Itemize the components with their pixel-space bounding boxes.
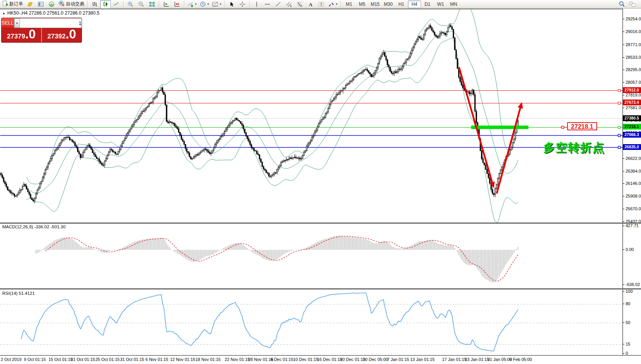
buy-price[interactable]: 27392.0 (42, 28, 82, 42)
chart-window (0, 9, 641, 364)
candlestick-chart-icon[interactable] (100, 0, 111, 8)
date-tick-label: 25 Oct 01:15 (95, 357, 120, 362)
macd-label: MACD(12,26,9) -336.02 -501.30 (2, 224, 65, 229)
price-tick-label-mark (623, 19, 624, 19)
sell-price[interactable]: 27379.0 (2, 28, 42, 42)
price-level-badge[interactable]: 27218.1 (623, 124, 641, 130)
price-tick-label: 25670.0 (626, 206, 641, 211)
templates-icon[interactable]: ▾ (210, 0, 223, 8)
price-level-badge[interactable]: 27912.0 (623, 87, 641, 93)
date-tick-label: 18 Nov 01:15 (195, 357, 220, 362)
date-tick-label: 20 Dec 01:15 (340, 357, 365, 362)
toolbar-separator (123, 1, 124, 7)
chat-icon[interactable] (627, 0, 638, 8)
trendline-icon[interactable] (273, 0, 284, 8)
bar-chart-icon[interactable] (89, 0, 100, 8)
crosshair-icon[interactable] (237, 0, 248, 8)
date-axis[interactable]: 2 Oct 20199 Oct 01:1515 Oct 01:1521 Oct … (0, 356, 641, 364)
timeframe-m5[interactable]: M5 (356, 0, 369, 8)
price-tick-label-mark (623, 171, 624, 171)
zoom-in-icon[interactable] (125, 0, 136, 8)
new-order-button[interactable]: 新订单 (0, 0, 25, 8)
timeframe-h4[interactable]: H4 (408, 0, 421, 8)
collapse-panel-arrow[interactable]: ▲ (2, 12, 5, 15)
price-level-badge: 27380.5 (623, 115, 641, 121)
sell-price-fraction: .0 (25, 28, 36, 40)
line-chart-icon[interactable] (111, 0, 122, 8)
sell-price-main: 27379 (7, 33, 25, 40)
date-tick-label: 15 Oct 01:15 (48, 357, 73, 362)
date-tick-label: 10 Dec 01:15 (293, 357, 318, 362)
date-tick-label: 31 Oct 01:15 (120, 357, 144, 362)
horizontal-line-icon[interactable] (262, 0, 273, 8)
macd-tick-label: -636.02 (626, 282, 640, 287)
date-tick-label: 7 Jan 01:15 (387, 357, 409, 362)
price-level-badge[interactable]: 26835.0 (623, 144, 641, 150)
rsi-panel-separator[interactable] (0, 288, 641, 289)
svg-text:E: E (290, 5, 292, 7)
rsi-tick-label-mark (623, 353, 624, 354)
timeframe-mn[interactable]: MN (447, 0, 460, 8)
price-tick-label: 25908.0 (626, 194, 641, 198)
chart-title: ▲HK50-,H4 27286.0 27561.0 27286.0 27380.… (2, 10, 99, 16)
rsi-tick-label: 50 (626, 320, 630, 325)
volume-input[interactable] (20, 18, 82, 28)
favorites-icon[interactable] (25, 0, 35, 8)
auto-scroll-icon[interactable] (161, 0, 172, 8)
rsi-label: RSI(14) 51.4121 (2, 291, 35, 296)
volume-decrease-button[interactable]: ▼ (14, 18, 20, 28)
price-tick-label: 26146.0 (626, 181, 641, 186)
rsi-tick-label-mark (623, 304, 624, 304)
rsi-tick-label-mark (623, 291, 624, 292)
price-level-badge[interactable]: 27673.4 (623, 100, 641, 105)
toolbar-right-group (616, 0, 638, 8)
fibonacci-icon[interactable]: F (294, 0, 305, 8)
periods-icon[interactable]: ▾ (198, 0, 210, 8)
macd-tick-label: 427.71 (626, 223, 639, 228)
timeframe-w1[interactable]: W1 (434, 0, 447, 8)
price-tick-label: 28057.0 (626, 80, 641, 85)
toolbar-separator (224, 1, 225, 7)
date-tick-label: 12 Nov 01:15 (170, 357, 195, 362)
price-tick-label: 27581.0 (626, 105, 641, 110)
vertical-line-icon[interactable] (251, 0, 262, 8)
price-axis[interactable]: 29254.029016.028771.028533.028295.028057… (623, 9, 641, 356)
timeframe-h1[interactable]: H1 (395, 0, 408, 8)
timeframe-m15[interactable]: M15 (369, 0, 382, 8)
date-tick-label: 22 Nov 01:15 (225, 357, 250, 362)
zoom-out-icon[interactable] (136, 0, 147, 8)
market-watch-icon[interactable] (35, 0, 46, 8)
price-level-badge[interactable]: 27066.3 (623, 132, 641, 138)
timeframe-m30[interactable]: M30 (382, 0, 395, 8)
price-tick-label-mark (623, 196, 624, 196)
arrows-icon[interactable]: ▾ (327, 0, 339, 8)
macd-panel-separator[interactable] (0, 223, 641, 224)
equidistant-channel-icon[interactable]: E (284, 0, 294, 8)
toolbar-separator (249, 1, 250, 7)
navigator-icon[interactable] (46, 0, 57, 8)
price-tick-label-mark (623, 158, 624, 159)
one-click-trading-panel: SELL ▼ ▲ BUY 27379.0 27392.0 (1, 18, 82, 43)
price-tick-label-mark (623, 95, 624, 95)
macd-canvas[interactable] (0, 224, 623, 289)
date-tick-label: 6 Nov 01:15 (145, 357, 168, 362)
search-icon[interactable] (616, 0, 627, 8)
timeframe-m1[interactable]: M1 (342, 0, 356, 8)
text-icon[interactable]: A (305, 0, 316, 8)
autotrading-button[interactable]: 自动交易 (57, 0, 86, 8)
sell-button[interactable]: SELL (2, 18, 14, 28)
text-label-icon[interactable]: T (316, 0, 327, 8)
cursor-icon[interactable] (226, 0, 237, 8)
main-chart-canvas[interactable] (0, 9, 623, 223)
chart-shift-icon[interactable] (172, 0, 182, 8)
level-price-label[interactable]: 27218.1 (567, 122, 597, 130)
rsi-tick-label-mark (623, 344, 624, 344)
tile-windows-icon[interactable] (147, 0, 157, 8)
rsi-tick-label: 80 (626, 301, 630, 306)
date-tick-label: 9 Oct 01:15 (24, 357, 46, 362)
rsi-canvas[interactable] (0, 290, 623, 356)
date-tick-label: 30 Dec 05:00 (363, 357, 388, 362)
indicators-icon[interactable]: ▾ (186, 0, 198, 8)
timeframe-d1[interactable]: D1 (421, 0, 434, 8)
price-tick-label: 29016.0 (626, 29, 641, 34)
